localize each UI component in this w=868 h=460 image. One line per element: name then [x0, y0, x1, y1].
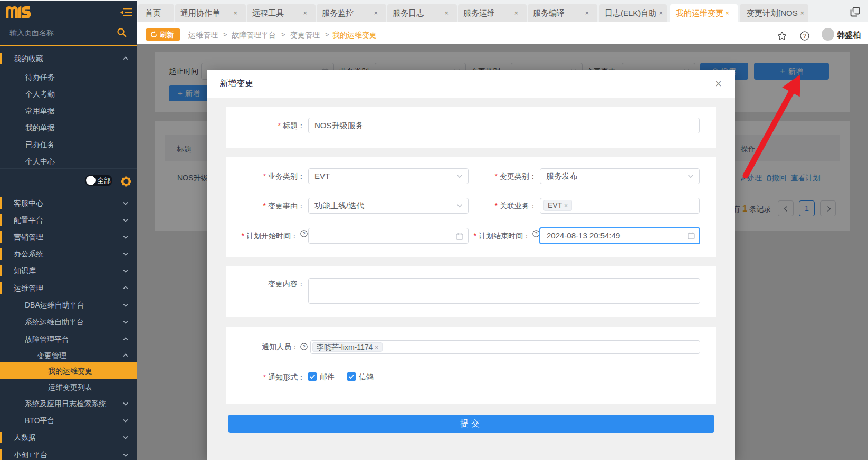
svg-text:?: ? [803, 33, 806, 39]
